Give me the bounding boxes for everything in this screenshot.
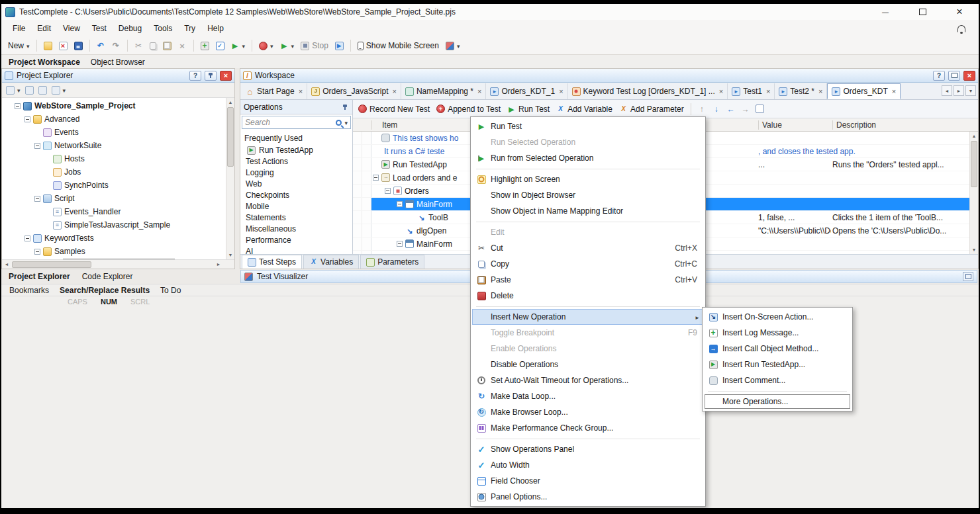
editor-tab-test-steps[interactable]: Test Steps: [242, 255, 302, 269]
scroll-down-icon[interactable]: [970, 245, 978, 254]
scroll-left-icon[interactable]: [2, 260, 11, 269]
menu-try[interactable]: Try: [178, 21, 201, 36]
operations-category-web[interactable]: Web: [240, 179, 352, 190]
expand-collapse-toggle[interactable]: [373, 175, 379, 181]
operations-category-mobile[interactable]: Mobile: [240, 201, 352, 212]
tree-item-advanced[interactable]: Advanced: [2, 112, 234, 126]
menu-item-auto-width[interactable]: Auto Width: [472, 457, 704, 473]
doc-tab-namemapping[interactable]: NameMapping *: [401, 83, 486, 99]
menu-item-disable-operations[interactable]: Disable Operations: [472, 357, 704, 372]
close-project-button[interactable]: [56, 40, 70, 52]
move-up-button[interactable]: [695, 103, 709, 116]
menu-item-copy[interactable]: CopyCtrl+C: [472, 256, 704, 272]
move-down-button[interactable]: [710, 103, 723, 116]
stop-button[interactable]: Stop: [298, 40, 331, 52]
tree-item-samples[interactable]: Samples: [2, 245, 234, 258]
menu-help[interactable]: Help: [201, 21, 230, 36]
chevron-down-icon[interactable]: [344, 118, 348, 127]
tree-vertical-scrollbar[interactable]: [226, 98, 234, 259]
view-mode-button[interactable]: [37, 85, 48, 95]
menu-item-insert-new-operation[interactable]: Insert New Operation: [472, 309, 704, 325]
close-panel-icon[interactable]: [963, 71, 975, 81]
operations-category-test-actions[interactable]: Test Actions: [240, 156, 352, 167]
doc-tab-orders-kdt-1[interactable]: Orders_KDT_1: [486, 83, 567, 99]
menu-item-insert-log-message[interactable]: Insert Log Message...: [704, 325, 851, 341]
result-tab-search-replace-results[interactable]: Search/Replace Results: [54, 286, 155, 295]
pin-icon[interactable]: [340, 103, 349, 111]
operations-category-miscellaneous[interactable]: Miscellaneous: [240, 224, 352, 235]
menu-item-field-chooser[interactable]: Field Chooser: [472, 473, 704, 489]
column-divider[interactable]: [832, 120, 833, 130]
operations-category-logging[interactable]: Logging: [240, 167, 352, 179]
expand-collapse-toggle[interactable]: [385, 188, 391, 194]
scrollbar-thumb[interactable]: [227, 107, 234, 167]
expand-collapse-toggle[interactable]: [34, 196, 40, 202]
move-right-button[interactable]: [739, 103, 752, 116]
menu-item-insert-run-testedapp[interactable]: Insert Run TestedApp...: [704, 357, 851, 372]
doc-tab-keyword-test-log-orders-kdt-1[interactable]: Keyword Test Log [Orders_KDT_1] ...: [568, 83, 728, 99]
grid-vertical-scrollbar[interactable]: [969, 132, 978, 254]
close-tab-icon[interactable]: [476, 87, 481, 96]
menu-item-show-in-object-browser[interactable]: Show in Object Browser: [472, 187, 704, 203]
tree-item-events-handler[interactable]: Events_Handler: [2, 205, 234, 218]
operation-item-run-testedapp[interactable]: Run TestedApp: [240, 144, 352, 156]
perspective-tab-project-workspace[interactable]: Project Workspace: [7, 56, 82, 68]
menu-item-paste[interactable]: PasteCtrl+V: [472, 272, 704, 288]
menu-item-run-test[interactable]: Run Test: [472, 118, 704, 134]
run-test-button[interactable]: Run Test: [505, 103, 552, 115]
menu-item-insert-comment[interactable]: Insert Comment...: [704, 372, 851, 388]
menu-test[interactable]: Test: [86, 21, 113, 36]
close-tab-icon[interactable]: [297, 87, 303, 96]
open-project-button[interactable]: [41, 40, 55, 52]
close-tab-icon[interactable]: [718, 87, 723, 96]
doc-tab-test2[interactable]: Test2 *: [775, 83, 827, 99]
add-variable-button[interactable]: Add Variable: [554, 103, 615, 115]
operations-category-performance[interactable]: Performance: [240, 235, 352, 246]
perspective-tab-object-browser[interactable]: Object Browser: [89, 56, 147, 68]
menu-item-run-selected-operation[interactable]: Run Selected Operation: [472, 134, 704, 150]
scrollbar-thumb[interactable]: [971, 141, 977, 187]
tree-item-synchpoints[interactable]: SynchPoints: [2, 179, 234, 192]
menu-view[interactable]: View: [57, 21, 86, 36]
result-tab-bookmarks[interactable]: Bookmarks: [4, 286, 54, 295]
doc-tab-start-page[interactable]: Start Page: [242, 83, 307, 99]
menu-item-set-auto-wait-timeout-for-operations[interactable]: Set Auto-Wait Timeout for Operations...: [472, 372, 704, 388]
doc-tab-test1[interactable]: Test1: [728, 83, 775, 99]
operations-search-box[interactable]: Search: [242, 116, 351, 129]
menu-item-insert-call-object-method[interactable]: Insert Call Object Method...: [704, 341, 851, 357]
operations-category-statements[interactable]: Statements: [240, 212, 352, 224]
expand-collapse-toggle[interactable]: [24, 116, 30, 122]
expand-collapse-toggle[interactable]: [34, 249, 40, 255]
undo-button[interactable]: [94, 40, 108, 52]
close-icon[interactable]: [950, 5, 969, 19]
add-parameter-button[interactable]: Add Parameter: [616, 103, 687, 115]
delete-button[interactable]: [175, 40, 189, 52]
doc-tab-orders-javascript[interactable]: Orders_JavaScript: [307, 83, 401, 99]
result-tab-to-do[interactable]: To Do: [155, 286, 186, 295]
paste-button[interactable]: [160, 40, 174, 52]
editor-tab-parameters[interactable]: Parameters: [360, 255, 424, 269]
menu-edit[interactable]: Edit: [31, 21, 57, 36]
menu-item-cut[interactable]: CutCtrl+X: [472, 240, 704, 256]
operations-category-checkpoints[interactable]: Checkpoints: [240, 190, 352, 201]
menu-tools[interactable]: Tools: [148, 21, 178, 36]
tree-item-simpletestjavascript-sample[interactable]: SimpleTestJavascript_Sample: [2, 218, 234, 232]
copy-button[interactable]: [147, 41, 159, 51]
tree-item-events[interactable]: Events: [2, 126, 234, 139]
menu-debug[interactable]: Debug: [113, 21, 148, 36]
tree-item-webstore-sample-project[interactable]: WebStore_Sample_Project: [2, 99, 234, 112]
menu-item-toggle-breakpoint[interactable]: Toggle BreakpointF9: [472, 325, 704, 341]
column-header-item[interactable]: Item: [382, 120, 397, 130]
column-header-value[interactable]: Value: [762, 120, 782, 130]
close-tab-icon[interactable]: [765, 87, 770, 96]
tree-horizontal-scrollbar[interactable]: [2, 259, 234, 269]
editor-tab-variables[interactable]: Variables: [303, 255, 359, 269]
tree-item-keywordtests[interactable]: KeywordTests: [2, 232, 234, 245]
scrollbar-thumb[interactable]: [12, 261, 91, 268]
maximize-icon[interactable]: [912, 5, 932, 19]
help-icon[interactable]: [933, 71, 945, 81]
tree-item-jobs[interactable]: Jobs: [2, 165, 234, 179]
panel-tab-code-explorer[interactable]: Code Explorer: [76, 271, 139, 282]
close-tab-icon[interactable]: [558, 87, 563, 96]
new-button[interactable]: New: [5, 40, 32, 52]
